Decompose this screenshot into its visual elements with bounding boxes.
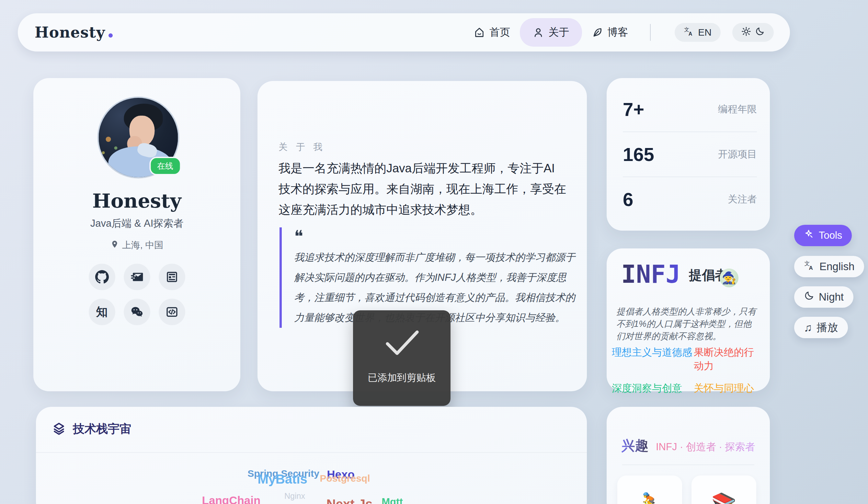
email-icon[interactable] bbox=[124, 264, 150, 290]
theme-toggle[interactable] bbox=[732, 23, 774, 42]
stat-row-open-source: 165 开源项目 bbox=[623, 132, 757, 176]
avatar-wrap: 在线 bbox=[97, 96, 176, 176]
nav-menu: 首页 关于 博客 文A EN bbox=[464, 18, 774, 47]
quote-mark: ❝ bbox=[294, 230, 579, 243]
mbti-type: INFJ bbox=[621, 264, 681, 285]
moon-icon bbox=[755, 27, 765, 39]
stat-row-coding-years: 7+ 编程年限 bbox=[623, 87, 757, 132]
nav-divider bbox=[650, 24, 651, 41]
page: Honesty 首页 关于 博客 文A EN bbox=[0, 0, 868, 504]
svg-text:A: A bbox=[809, 265, 813, 271]
trait-idealism: 理想主义与道德感 bbox=[612, 346, 694, 373]
cloud-word[interactable]: Mqtt bbox=[382, 496, 403, 504]
trait-decisive: 果断决绝的行动力 bbox=[694, 346, 761, 373]
blog-icon[interactable] bbox=[159, 264, 185, 290]
cloud-word[interactable]: Next.Js bbox=[327, 497, 372, 504]
trait-insight: 深度洞察与创意 bbox=[612, 382, 694, 395]
about-paragraph: 我是一名充满热情的Java后端开发工程师，专注于AI技术的探索与应用。来自湖南，… bbox=[279, 158, 567, 220]
books-emoji: 📚 bbox=[711, 491, 736, 504]
nav-item-about[interactable]: 关于 bbox=[520, 18, 582, 47]
interests-card: 兴趣 INFJ · 创造者 · 探索者 🚴 📚 bbox=[607, 407, 770, 504]
clipboard-toast: 已添加到剪贴板 bbox=[353, 310, 451, 406]
github-icon[interactable] bbox=[89, 264, 115, 290]
cycling-tile[interactable]: 🚴 bbox=[617, 475, 682, 504]
sparkle-icon bbox=[804, 229, 814, 242]
mbti-description: 提倡者人格类型的人非常稀少，只有不到1%的人口属于这种类型，但他们对世界的贡献不… bbox=[616, 306, 758, 342]
night-button[interactable]: Night bbox=[794, 286, 854, 308]
cycling-emoji: 🚴 bbox=[637, 491, 662, 504]
mbti-card: INFJ 提倡者 🧙 提倡者人格类型的人非常稀少，只有不到1%的人口属于这种类型… bbox=[607, 248, 770, 391]
zhihu-icon[interactable]: 知 bbox=[89, 299, 115, 325]
trait-empathy: 关怀与同理心 bbox=[694, 382, 761, 395]
books-tile[interactable]: 📚 bbox=[692, 475, 756, 504]
interests-subtitle: INFJ · 创造者 · 探索者 bbox=[656, 441, 755, 453]
interests-header: 兴趣 INFJ · 创造者 · 探索者 bbox=[607, 436, 770, 455]
profile-location: 上海, 中国 bbox=[33, 239, 240, 251]
interests-title: 兴趣 bbox=[621, 438, 649, 453]
feather-icon bbox=[592, 27, 603, 38]
mbti-header: INFJ 提倡者 bbox=[621, 264, 728, 285]
tech-word-cloud: Spring Security MyBatis Hexo Postgresql … bbox=[36, 452, 587, 504]
site-logo[interactable]: Honesty bbox=[35, 24, 113, 41]
check-icon bbox=[381, 327, 423, 358]
cloud-word[interactable]: Nginx bbox=[285, 491, 305, 501]
tech-stack-card: 技术栈宇宙 Spring Security MyBatis Hexo Postg… bbox=[36, 407, 587, 504]
logo-dot-icon bbox=[108, 33, 113, 38]
stat-label: 编程年限 bbox=[718, 103, 757, 116]
cloud-word[interactable]: MyBatis bbox=[258, 472, 307, 486]
stat-value: 7+ bbox=[623, 99, 644, 120]
layers-icon bbox=[52, 422, 66, 436]
home-icon bbox=[474, 27, 485, 38]
nav-item-blog[interactable]: 博客 bbox=[582, 19, 638, 46]
wizard-avatar: 🧙 bbox=[720, 268, 738, 287]
moon-icon bbox=[804, 290, 814, 304]
play-music-button[interactable]: ♫ 播放 bbox=[794, 317, 848, 338]
trait-list: 理想主义与道德感 果断决绝的行动力 深度洞察与创意 关怀与同理心 bbox=[612, 346, 761, 395]
tech-stack-header: 技术栈宇宙 bbox=[52, 421, 131, 437]
cloud-word[interactable]: Postgresql bbox=[320, 473, 370, 484]
navbar: Honesty 首页 关于 博客 文A EN bbox=[18, 13, 790, 51]
toast-message: 已添加到剪贴板 bbox=[353, 371, 451, 384]
translate-icon: 文A bbox=[804, 260, 815, 274]
stats-card: 7+ 编程年限 165 开源项目 6 关注者 bbox=[607, 78, 770, 230]
nav-item-home[interactable]: 首页 bbox=[464, 19, 520, 46]
social-links: 知 bbox=[89, 264, 185, 325]
stat-row-followers: 6 关注者 bbox=[623, 177, 757, 222]
stat-value: 165 bbox=[623, 144, 654, 165]
language-toggle[interactable]: 文A EN bbox=[675, 23, 721, 42]
user-icon bbox=[533, 27, 544, 38]
stat-label: 开源项目 bbox=[718, 148, 757, 161]
stat-value: 6 bbox=[623, 188, 633, 210]
tech-stack-title: 技术栈宇宙 bbox=[73, 421, 131, 437]
wechat-icon[interactable] bbox=[124, 299, 150, 325]
profile-card: 在线 Honesty Java后端 & AI探索者 上海, 中国 知 bbox=[33, 78, 240, 391]
profile-name: Honesty bbox=[33, 189, 240, 212]
music-note-icon: ♫ bbox=[804, 322, 812, 333]
tools-button[interactable]: Tools bbox=[794, 225, 852, 246]
sun-icon bbox=[741, 27, 751, 39]
cloud-word[interactable]: LangChain bbox=[202, 494, 261, 504]
code-icon[interactable] bbox=[159, 299, 185, 325]
profile-role: Java后端 & AI探索者 bbox=[33, 217, 240, 230]
stat-label: 关注者 bbox=[728, 193, 757, 206]
divider bbox=[622, 464, 754, 465]
about-heading: 关 于 我 bbox=[279, 141, 326, 153]
translate-icon: 文A bbox=[684, 26, 694, 39]
location-pin-icon bbox=[111, 240, 119, 251]
status-badge: 在线 bbox=[149, 157, 181, 175]
svg-text:A: A bbox=[689, 31, 692, 37]
english-button[interactable]: 文A English bbox=[794, 256, 864, 277]
